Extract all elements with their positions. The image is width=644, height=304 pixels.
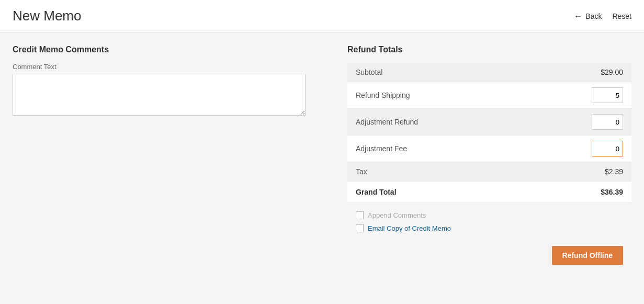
refund-shipping-row: Refund Shipping (347, 82, 631, 109)
adjustment-fee-input[interactable] (592, 141, 623, 156)
grand-total-row: Grand Total $36.39 (347, 182, 631, 203)
adjustment-fee-label: Adjustment Fee (356, 144, 407, 153)
adjustment-refund-row: Adjustment Refund (347, 109, 631, 136)
back-button[interactable]: ← Back (574, 12, 602, 21)
back-label: Back (585, 12, 602, 20)
header-actions: ← Back Reset (574, 12, 631, 21)
comments-section-title: Credit Memo Comments (13, 45, 326, 54)
checkboxes-section: Append Comments Email Copy of Credit Mem… (347, 203, 631, 232)
comment-textarea[interactable] (13, 74, 306, 116)
tax-label: Tax (356, 167, 367, 176)
reset-button[interactable]: Reset (612, 12, 631, 20)
comment-label: Comment Text (13, 63, 326, 71)
subtotal-label: Subtotal (356, 68, 382, 76)
right-panel: Refund Totals Subtotal $29.00 Refund Shi… (347, 45, 631, 291)
main-content: Credit Memo Comments Comment Text Refund… (0, 32, 644, 304)
page-title: New Memo (13, 8, 81, 24)
email-copy-checkbox[interactable] (356, 224, 364, 232)
append-comments-label: Append Comments (368, 211, 426, 219)
tax-value: $2.39 (605, 167, 623, 176)
subtotal-row: Subtotal $29.00 (347, 63, 631, 82)
back-arrow-icon: ← (574, 12, 582, 21)
left-panel: Credit Memo Comments Comment Text (13, 45, 326, 291)
email-copy-row: Email Copy of Credit Memo (356, 224, 623, 232)
refund-totals-title: Refund Totals (347, 45, 631, 54)
email-copy-label: Email Copy of Credit Memo (368, 224, 451, 232)
adjustment-refund-label: Adjustment Refund (356, 118, 418, 126)
refund-offline-button[interactable]: Refund Offline (552, 246, 623, 265)
append-comments-checkbox[interactable] (356, 211, 364, 219)
page-header: New Memo ← Back Reset (0, 0, 644, 32)
page-wrapper: New Memo ← Back Reset Credit Memo Commen… (0, 0, 644, 304)
subtotal-value: $29.00 (601, 68, 623, 76)
tax-row: Tax $2.39 (347, 162, 631, 182)
append-comments-row: Append Comments (356, 211, 623, 219)
adjustment-fee-row: Adjustment Fee (347, 136, 631, 162)
refund-shipping-input[interactable] (592, 87, 623, 103)
refund-shipping-label: Refund Shipping (356, 91, 410, 99)
grand-total-value: $36.39 (601, 188, 623, 196)
adjustment-refund-input[interactable] (592, 114, 623, 130)
grand-total-label: Grand Total (356, 188, 397, 196)
